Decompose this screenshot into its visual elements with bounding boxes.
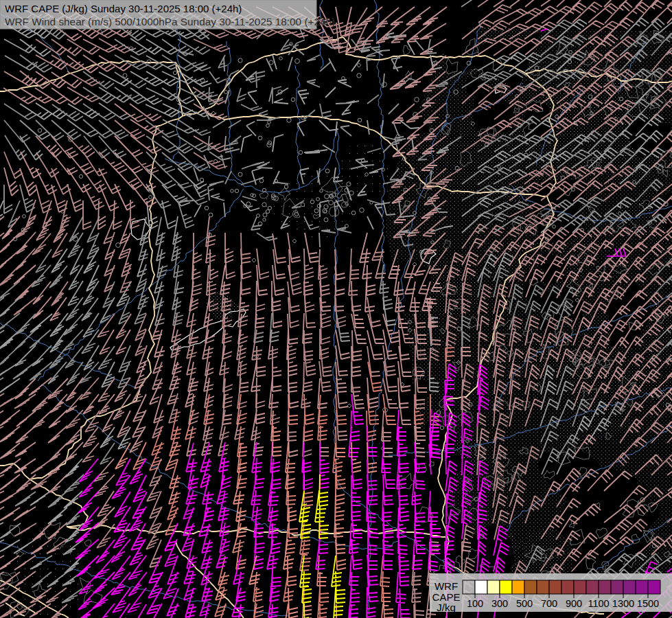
svg-text:700: 700: [541, 598, 557, 609]
svg-text:J/kg: J/kg: [437, 602, 456, 613]
svg-text:500: 500: [516, 598, 533, 609]
svg-text:WRF CAPE (J/kg) Sunday 30-11-2: WRF CAPE (J/kg) Sunday 30-11-2025 18:00 …: [5, 3, 242, 14]
svg-text:300: 300: [491, 598, 508, 609]
svg-text:900: 900: [566, 598, 582, 609]
svg-text:100: 100: [467, 598, 483, 609]
svg-text:1300: 1300: [612, 598, 634, 609]
svg-text:WRF Wind shear (m/s) 500/1000h: WRF Wind shear (m/s) 500/1000hPa Sunday …: [5, 16, 335, 27]
svg-text:WRF: WRF: [435, 580, 458, 592]
svg-text:1500: 1500: [637, 598, 659, 609]
svg-text:1100: 1100: [588, 598, 609, 609]
